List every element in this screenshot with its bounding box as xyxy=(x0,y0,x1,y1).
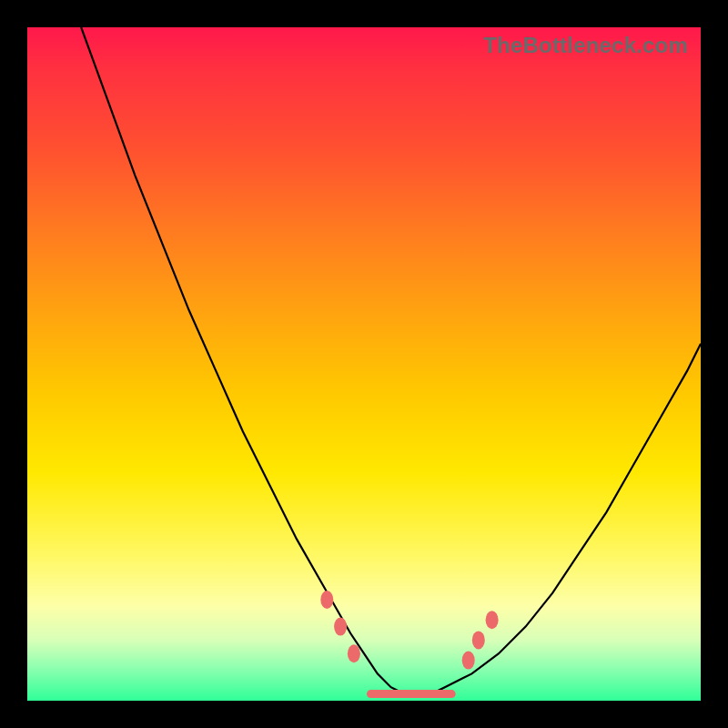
markers-right-group xyxy=(462,611,499,669)
curve-marker xyxy=(320,591,333,609)
plot-area: TheBottleneck.com xyxy=(27,27,701,701)
curve-marker xyxy=(462,652,475,670)
curve-marker xyxy=(486,611,499,629)
curve-marker xyxy=(334,618,347,636)
curve-svg xyxy=(27,27,701,701)
chart-frame: TheBottleneck.com xyxy=(0,0,728,728)
bottleneck-curve xyxy=(81,27,701,694)
curve-marker xyxy=(472,631,485,649)
curve-marker xyxy=(348,644,360,662)
markers-left-group xyxy=(320,591,360,662)
